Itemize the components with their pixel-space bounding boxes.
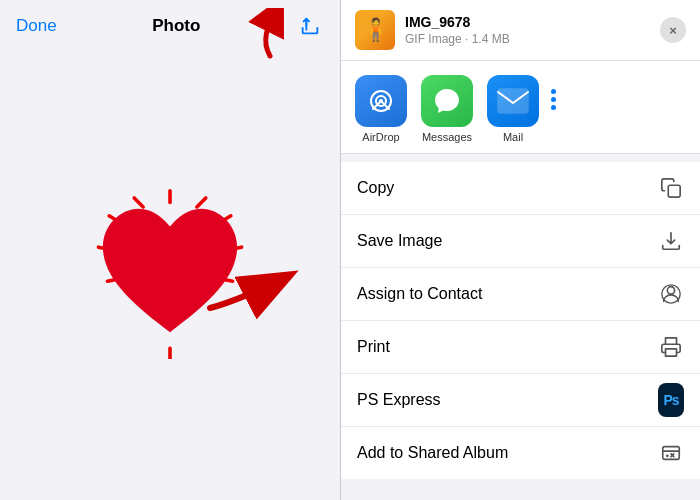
svg-point-22 — [666, 454, 669, 457]
assign-contact-icon — [658, 281, 684, 307]
messages-icon — [421, 75, 473, 127]
apps-row: AirDrop Messages Mail — [341, 61, 700, 154]
shared-album-label: Add to Shared Album — [357, 444, 508, 462]
svg-rect-17 — [668, 185, 680, 197]
photo-panel: Done Photo — [0, 0, 340, 500]
sheet-close-button[interactable]: × — [660, 17, 686, 43]
ps-express-action[interactable]: PS Express Ps — [341, 374, 700, 427]
share-sheet: 🧍 IMG_9678 GIF Image · 1.4 MB × AirDrop — [340, 0, 700, 500]
print-icon — [658, 334, 684, 360]
copy-action[interactable]: Copy — [341, 162, 700, 215]
share-icon — [299, 15, 321, 37]
ps-logo: Ps — [658, 383, 684, 417]
mail-label: Mail — [503, 131, 523, 143]
done-button[interactable]: Done — [16, 16, 57, 36]
file-thumbnail: 🧍 — [355, 10, 395, 50]
save-image-action[interactable]: Save Image — [341, 215, 700, 268]
save-image-icon — [658, 228, 684, 254]
print-label: Print — [357, 338, 390, 356]
file-info: IMG_9678 GIF Image · 1.4 MB — [405, 14, 650, 46]
share-button[interactable] — [296, 12, 324, 40]
dot-1 — [551, 89, 556, 94]
svg-line-4 — [197, 198, 206, 207]
file-meta: GIF Image · 1.4 MB — [405, 32, 650, 46]
assign-contact-label: Assign to Contact — [357, 285, 482, 303]
svg-rect-21 — [663, 447, 680, 460]
nav-title: Photo — [152, 16, 200, 36]
actions-list: Copy Save Image Assign to Contact — [341, 162, 700, 479]
mail-app[interactable]: Mail — [483, 75, 543, 143]
file-thumb-inner: 🧍 — [355, 10, 395, 50]
heart-svg — [80, 189, 260, 359]
ps-express-icon: Ps — [658, 387, 684, 413]
mail-icon — [487, 75, 539, 127]
photo-nav: Done Photo — [0, 0, 340, 48]
more-apps-dots — [551, 75, 556, 110]
photo-content — [0, 48, 340, 500]
sheet-header: 🧍 IMG_9678 GIF Image · 1.4 MB × — [341, 0, 700, 61]
svg-point-18 — [667, 287, 674, 294]
shared-album-icon — [658, 440, 684, 466]
copy-icon — [658, 175, 684, 201]
heart-image — [80, 189, 260, 359]
airdrop-label: AirDrop — [362, 131, 399, 143]
dot-3 — [551, 105, 556, 110]
airdrop-icon — [355, 75, 407, 127]
dot-2 — [551, 97, 556, 102]
assign-contact-action[interactable]: Assign to Contact — [341, 268, 700, 321]
save-image-label: Save Image — [357, 232, 442, 250]
airdrop-app[interactable]: AirDrop — [351, 75, 411, 143]
ps-express-label: PS Express — [357, 391, 441, 409]
file-name: IMG_9678 — [405, 14, 650, 30]
shared-album-action[interactable]: Add to Shared Album — [341, 427, 700, 479]
copy-label: Copy — [357, 179, 394, 197]
messages-app[interactable]: Messages — [417, 75, 477, 143]
svg-rect-20 — [666, 349, 677, 356]
print-action[interactable]: Print — [341, 321, 700, 374]
svg-rect-16 — [498, 89, 528, 113]
messages-label: Messages — [422, 131, 472, 143]
svg-line-8 — [134, 198, 143, 207]
